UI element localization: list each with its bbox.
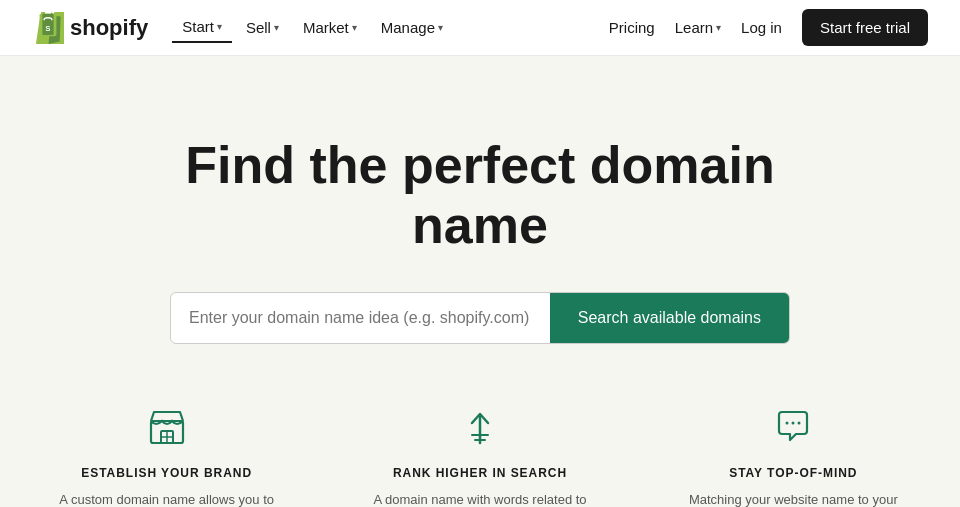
shopify-logo-icon: S xyxy=(32,12,64,44)
start-free-trial-button[interactable]: Start free trial xyxy=(802,9,928,46)
login-link[interactable]: Log in xyxy=(741,19,782,36)
chevron-down-icon: ▾ xyxy=(716,22,721,33)
svg-point-11 xyxy=(792,421,795,424)
feature-stay-top-of-mind: Stay top-of-mind Matching your website n… xyxy=(677,404,910,507)
nav-item-start[interactable]: Start ▾ xyxy=(172,12,232,43)
header-right: Pricing Learn ▾ Log in Start free trial xyxy=(609,9,928,46)
logo-text: shopify xyxy=(70,15,148,41)
feature-rank-higher: Rank higher in search A domain name with… xyxy=(363,404,596,507)
feature-establish-desc: A custom domain name allows you to estab… xyxy=(50,490,283,507)
arrow-up-icon xyxy=(363,404,596,452)
main-nav: Start ▾ Sell ▾ Market ▾ Manage ▾ xyxy=(172,12,453,43)
feature-establish-brand: Establish your brand A custom domain nam… xyxy=(50,404,283,507)
nav-item-sell[interactable]: Sell ▾ xyxy=(236,13,289,42)
feature-rank-title: Rank higher in search xyxy=(363,466,596,480)
feature-rank-desc: A domain name with words related to your… xyxy=(363,490,596,507)
nav-item-market[interactable]: Market ▾ xyxy=(293,13,367,42)
features-section: Establish your brand A custom domain nam… xyxy=(50,404,910,507)
learn-link[interactable]: Learn ▾ xyxy=(675,19,721,36)
feature-establish-title: Establish your brand xyxy=(50,466,283,480)
feature-stay-title: Stay top-of-mind xyxy=(677,466,910,480)
domain-search-bar: Search available domains xyxy=(170,292,790,344)
domain-search-input[interactable] xyxy=(171,293,550,343)
hero-title: Find the perfect domain name xyxy=(180,136,780,256)
chat-icon xyxy=(677,404,910,452)
svg-point-10 xyxy=(786,421,789,424)
chevron-down-icon: ▾ xyxy=(352,22,357,33)
chevron-down-icon: ▾ xyxy=(274,22,279,33)
chevron-down-icon: ▾ xyxy=(217,21,222,32)
nav-item-manage[interactable]: Manage ▾ xyxy=(371,13,453,42)
svg-point-12 xyxy=(798,421,801,424)
main-header: S shopify Start ▾ Sell ▾ Market ▾ Manage… xyxy=(0,0,960,56)
search-available-domains-button[interactable]: Search available domains xyxy=(550,293,789,343)
svg-text:S: S xyxy=(45,24,50,33)
main-content: Find the perfect domain name Search avai… xyxy=(0,56,960,507)
store-icon xyxy=(50,404,283,452)
header-left: S shopify Start ▾ Sell ▾ Market ▾ Manage… xyxy=(32,12,453,44)
chevron-down-icon: ▾ xyxy=(438,22,443,33)
pricing-link[interactable]: Pricing xyxy=(609,19,655,36)
logo-link[interactable]: S shopify xyxy=(32,12,148,44)
feature-stay-desc: Matching your website name to your brand… xyxy=(677,490,910,507)
